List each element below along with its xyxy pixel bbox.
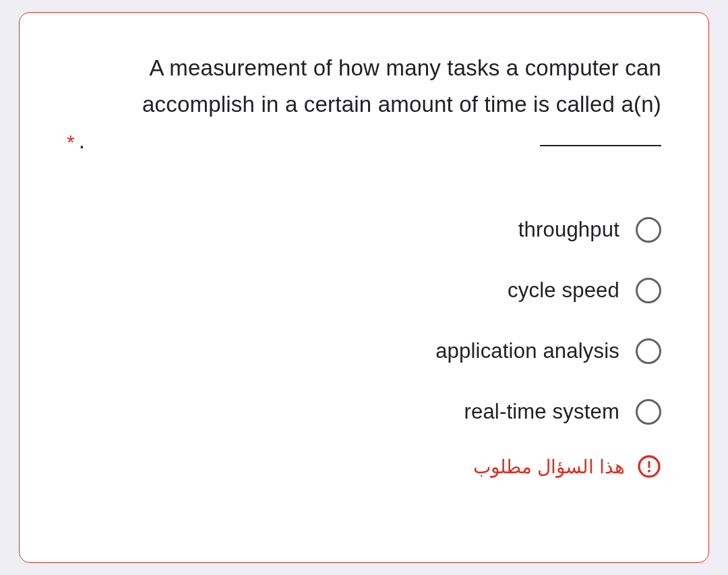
option-label: real-time system [464,400,619,424]
option-cycle-speed[interactable]: cycle speed [67,278,661,303]
question-period: . [79,128,85,154]
blank-line [540,145,661,146]
radio-icon [636,278,661,303]
question-text-content: A measurement of how many tasks a comput… [142,55,661,117]
radio-icon [636,217,661,243]
option-label: throughput [518,218,619,242]
error-row: هذا السؤال مطلوب [67,454,661,479]
option-label: application analysis [435,339,619,363]
options-group: throughput cycle speed application analy… [67,217,661,425]
option-real-time-system[interactable]: real-time system [67,399,661,425]
svg-point-2 [648,470,650,473]
svg-rect-1 [648,461,650,468]
error-text: هذا السؤال مطلوب [473,456,625,478]
option-throughput[interactable]: throughput [67,217,661,243]
required-wrap: * . [67,50,85,163]
radio-icon [636,399,661,425]
radio-icon [636,338,661,364]
question-row: A measurement of how many tasks a comput… [67,50,661,163]
question-card: A measurement of how many tasks a comput… [19,12,709,563]
option-application-analysis[interactable]: application analysis [67,338,661,364]
required-asterisk: * [67,131,75,154]
error-icon [637,454,661,479]
question-text: A measurement of how many tasks a comput… [93,50,661,160]
option-label: cycle speed [508,278,619,303]
